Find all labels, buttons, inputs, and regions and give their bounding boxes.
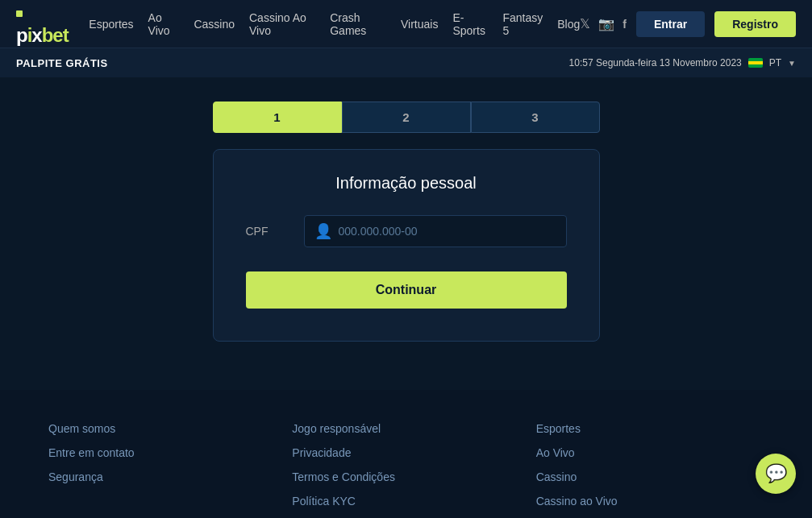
footer-privacidade[interactable]: Privacidade xyxy=(292,446,519,459)
logo-bet: bet xyxy=(42,24,69,46)
footer-politica-kyc[interactable]: Política KYC xyxy=(292,495,519,508)
footer-jogo-responsavel[interactable]: Jogo responsável xyxy=(292,422,519,435)
form-title: Informação pessoal xyxy=(246,174,567,193)
nav-e-sports[interactable]: E-Sports xyxy=(452,11,488,37)
nav-blog[interactable]: Blog xyxy=(557,18,580,31)
footer: Quem somos Entre em contato Segurança Jo… xyxy=(0,390,812,518)
registration-form-card: Informação pessoal CPF 👤 Continuar xyxy=(213,149,600,342)
logo-x: x xyxy=(31,24,41,46)
step-tab-2[interactable]: 2 xyxy=(342,102,471,133)
main-nav: Esportes Ao Vivo Cassino Cassino Ao Vivo… xyxy=(89,11,580,37)
footer-col-3: Esportes Ao Vivo Cassino Cassino ao Vivo… xyxy=(536,422,764,518)
footer-seguranca[interactable]: Segurança xyxy=(48,470,276,483)
nav-cassino-ao-vivo[interactable]: Cassino Ao Vivo xyxy=(249,11,315,37)
footer-cassino[interactable]: Cassino xyxy=(536,470,764,483)
nav-virtuais[interactable]: Virtuais xyxy=(401,18,438,31)
logo-pix: p xyxy=(16,24,27,46)
cpf-row: CPF 👤 xyxy=(246,215,567,247)
continuar-button[interactable]: Continuar xyxy=(246,271,567,309)
logo[interactable]: pixbet xyxy=(16,2,69,47)
step-tabs: 1 2 3 xyxy=(213,102,600,133)
nav-esportes[interactable]: Esportes xyxy=(89,18,133,31)
instagram-icon[interactable]: 📷 xyxy=(598,16,614,31)
chat-icon: 💬 xyxy=(765,463,787,484)
footer-col-2: Jogo responsável Privacidade Termos e Co… xyxy=(292,422,519,518)
step-tab-3[interactable]: 3 xyxy=(471,102,600,133)
step-tab-1[interactable]: 1 xyxy=(213,102,342,133)
brazil-flag-icon xyxy=(748,58,763,68)
twitter-icon[interactable]: 𝕏 xyxy=(580,16,590,31)
footer-grid: Quem somos Entre em contato Segurança Jo… xyxy=(48,422,764,518)
footer-termos[interactable]: Termos e Condições xyxy=(292,470,519,483)
top-bar-right: 10:57 Segunda-feira 13 Novembro 2023 PT … xyxy=(569,57,796,68)
main-content: 1 2 3 Informação pessoal CPF 👤 Continuar xyxy=(0,77,812,390)
chat-button[interactable]: 💬 xyxy=(756,454,796,494)
datetime-label: 10:57 Segunda-feira 13 Novembro 2023 xyxy=(569,57,742,68)
footer-quem-somos[interactable]: Quem somos xyxy=(48,422,276,435)
cpf-input[interactable] xyxy=(339,225,556,238)
social-icons: 𝕏 📷 f xyxy=(580,16,627,31)
nav-crash-games[interactable]: Crash Games xyxy=(330,11,386,37)
nav-ao-vivo[interactable]: Ao Vivo xyxy=(148,11,180,37)
chevron-down-icon[interactable]: ▼ xyxy=(788,59,796,68)
footer-cassino-ao-vivo[interactable]: Cassino ao Vivo xyxy=(536,495,764,508)
logo-square-icon xyxy=(16,10,23,17)
main-header: pixbet Esportes Ao Vivo Cassino Cassino … xyxy=(0,0,812,48)
nav-fantasy-5[interactable]: Fantasy 5 xyxy=(502,11,543,37)
registro-button[interactable]: Registro xyxy=(714,11,796,37)
language-label[interactable]: PT xyxy=(769,57,781,68)
header-right: 𝕏 📷 f Entrar Registro xyxy=(580,11,796,37)
footer-esportes[interactable]: Esportes xyxy=(536,422,764,435)
header-left: pixbet Esportes Ao Vivo Cassino Cassino … xyxy=(16,2,580,47)
cpf-input-wrapper: 👤 xyxy=(304,215,567,247)
footer-entre-em-contato[interactable]: Entre em contato xyxy=(48,446,276,459)
cpf-label: CPF xyxy=(246,225,294,238)
entrar-button[interactable]: Entrar xyxy=(636,11,705,37)
top-bar: PALPITE GRÁTIS 10:57 Segunda-feira 13 No… xyxy=(0,48,812,77)
footer-col-1: Quem somos Entre em contato Segurança xyxy=(48,422,276,518)
nav-cassino[interactable]: Cassino xyxy=(194,18,235,31)
footer-ao-vivo[interactable]: Ao Vivo xyxy=(536,446,764,459)
facebook-icon[interactable]: f xyxy=(623,18,627,31)
user-icon: 👤 xyxy=(314,222,332,240)
palpite-gratis-label: PALPITE GRÁTIS xyxy=(16,57,108,69)
